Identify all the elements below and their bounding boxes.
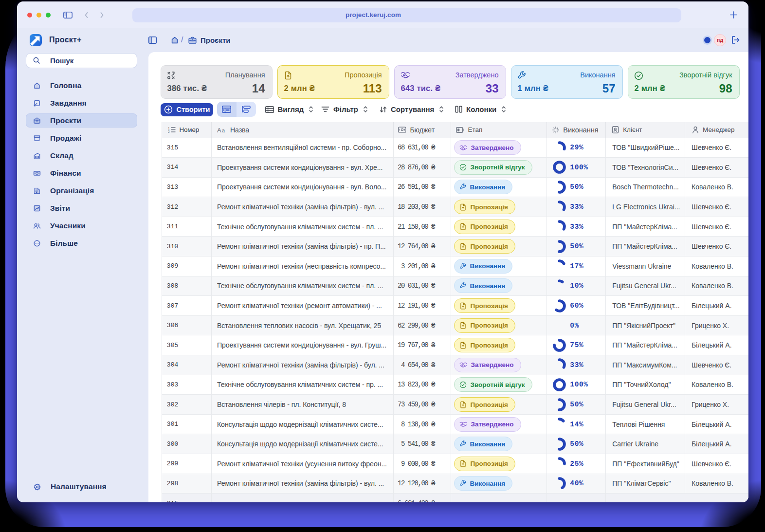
svg-text:1: 1 <box>168 127 170 130</box>
svg-text:a: a <box>222 128 225 133</box>
svg-text:A: A <box>217 127 221 133</box>
svg-text:2: 2 <box>168 130 170 133</box>
